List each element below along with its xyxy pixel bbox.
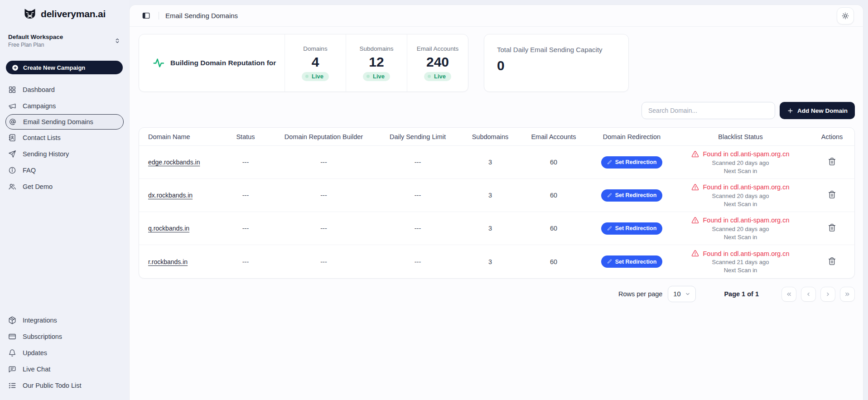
sidebar-item-faq[interactable]: FAQ: [0, 162, 129, 178]
activity-pulse-icon: [153, 57, 164, 69]
chevron-down-icon: [685, 291, 691, 297]
sidebar-nav: Dashboard Campaigns Email Sending Domain…: [0, 82, 129, 195]
prev-page-button[interactable]: [801, 287, 816, 302]
metric-domains: Domains 4 Live: [285, 34, 346, 92]
blacklist-scanned-text: Scanned 21 days ago: [712, 259, 769, 265]
col-actions: Actions: [810, 133, 854, 140]
status-cell: ---: [214, 258, 277, 265]
reputation-title: Building Domain Reputation for: [170, 59, 276, 67]
delete-domain-button[interactable]: [828, 190, 836, 199]
trash-icon: [828, 223, 836, 232]
brand-logo: deliveryman.ai: [0, 6, 129, 22]
grid-icon: [8, 85, 17, 94]
daily-sending-limit-cell: ---: [370, 192, 465, 199]
blacklist-found-text: Found in cdl.anti-spam.org.cn: [703, 183, 789, 191]
metric-value: 4: [312, 55, 319, 69]
sidebar-item-campaigns[interactable]: Campaigns: [0, 98, 129, 114]
col-blacklist-status: Blacklist Status: [671, 133, 810, 140]
users-icon: [8, 182, 17, 191]
add-new-domain-button[interactable]: Add New Domain: [780, 102, 855, 119]
col-status: Status: [214, 133, 277, 140]
table-row: dx.rockbands.in --- --- --- 3 60 Set Red…: [139, 179, 854, 212]
delete-domain-button[interactable]: [828, 223, 836, 232]
blacklist-found-text: Found in cdl.anti-spam.org.cn: [703, 150, 789, 158]
domain-link[interactable]: edge.rockbands.in: [148, 159, 200, 166]
trash-icon: [828, 257, 836, 265]
last-page-button[interactable]: [840, 287, 855, 302]
table-row: r.rockbands.in --- --- --- 3 60 Set Redi…: [139, 245, 854, 278]
sidebar-item-integrations[interactable]: Integrations: [0, 312, 129, 328]
page-title: Email Sending Domains: [165, 12, 238, 19]
email-accounts-cell: 60: [515, 225, 592, 232]
set-redirection-button[interactable]: Set Redirection: [601, 222, 663, 235]
reputation-builder-cell: ---: [277, 258, 370, 265]
next-page-button[interactable]: [820, 287, 835, 302]
sidebar-spacer: [0, 195, 129, 305]
workspace-name: Default Workspace: [8, 34, 63, 40]
domain-link[interactable]: r.rockbands.in: [148, 258, 188, 265]
table-row: edge.rockbands.in --- --- --- 3 60 Set R…: [139, 146, 854, 179]
sidebar-item-email-sending-domains[interactable]: Email Sending Domains: [5, 114, 124, 130]
col-daily-sending-limit: Daily Sending Limit: [370, 133, 465, 140]
domains-table: Domain Name Status Domain Reputation Bui…: [139, 127, 855, 279]
header-divider: [159, 12, 159, 19]
sidebar-toggle-button[interactable]: [140, 10, 152, 22]
theme-toggle-button[interactable]: [837, 7, 854, 24]
workspace-selector[interactable]: Default Workspace Free Plan Plan: [8, 34, 121, 48]
info-circle-icon: [8, 166, 17, 175]
blacklist-scanned-text: Scanned 20 days ago: [712, 159, 769, 166]
sidebar-footer-nav: Integrations Subscriptions Updates Live …: [0, 312, 129, 394]
warning-triangle-icon: [691, 250, 699, 257]
sidebar-item-dashboard[interactable]: Dashboard: [0, 82, 129, 98]
pagination-bar: Rows per page 10 Page 1 of 1: [139, 286, 855, 302]
sidebar-item-updates[interactable]: Updates: [0, 345, 129, 361]
col-domain-name: Domain Name: [139, 133, 214, 140]
set-redirection-button[interactable]: Set Redirection: [601, 189, 663, 202]
set-redirection-button[interactable]: Set Redirection: [601, 255, 663, 268]
blacklist-found-text: Found in cdl.anti-spam.org.cn: [703, 250, 789, 257]
chevrons-right-icon: [844, 291, 851, 298]
delete-domain-button[interactable]: [828, 157, 836, 166]
capacity-label: Total Daily Email Sending Capacity: [497, 46, 616, 53]
chevrons-left-icon: [786, 291, 792, 298]
table-toolbar: Add New Domain: [139, 102, 855, 119]
sidebar-item-subscriptions[interactable]: Subscriptions: [0, 328, 129, 345]
search-domain-input[interactable]: [641, 102, 775, 119]
email-accounts-cell: 60: [515, 258, 592, 265]
top-bar: Email Sending Domains: [130, 5, 863, 27]
capacity-card: Total Daily Email Sending Capacity 0: [484, 34, 629, 92]
sidebar-item-sending-history[interactable]: Sending History: [0, 146, 129, 162]
main-panel: Email Sending Domains Building Domain Re…: [129, 5, 863, 400]
at-sign-icon: [8, 117, 17, 126]
chevron-left-icon: [805, 291, 812, 298]
create-new-campaign-button[interactable]: Create New Campaign: [6, 61, 123, 74]
table-row: q.rockbands.in --- --- --- 3 60 Set Redi…: [139, 212, 854, 245]
sidebar-item-live-chat[interactable]: Live Chat: [0, 361, 129, 377]
rows-per-page-label: Rows per page: [618, 290, 663, 298]
domain-link[interactable]: q.rockbands.in: [148, 225, 189, 232]
set-redirection-button[interactable]: Set Redirection: [601, 156, 663, 169]
metric-value: 12: [369, 55, 384, 69]
blacklist-next-scan-text: Next Scan in: [724, 234, 757, 241]
metric-label: Subdomains: [359, 45, 393, 52]
sidebar-item-public-todo-list[interactable]: Our Public Todo List: [0, 377, 129, 394]
sidebar-item-contact-lists[interactable]: Contact Lists: [0, 130, 129, 146]
table-body: edge.rockbands.in --- --- --- 3 60 Set R…: [139, 146, 854, 278]
metric-email-accounts: Email Accounts 240 Live: [407, 34, 468, 92]
workspace-plan: Free Plan Plan: [8, 42, 63, 48]
sidebar: deliveryman.ai Default Workspace Free Pl…: [0, 0, 129, 400]
rows-per-page-select[interactable]: 10: [668, 286, 696, 302]
sidebar-item-get-demo[interactable]: Get Demo: [0, 178, 129, 195]
live-badge: Live: [302, 72, 329, 81]
panel-left-icon: [142, 11, 150, 20]
trash-icon: [828, 157, 836, 166]
delete-domain-button[interactable]: [828, 257, 836, 265]
blacklist-scanned-text: Scanned 20 days ago: [712, 193, 769, 199]
bat-logo-icon: [24, 8, 36, 20]
domain-link[interactable]: dx.rockbands.in: [148, 192, 193, 199]
first-page-button[interactable]: [781, 287, 796, 302]
daily-sending-limit-cell: ---: [370, 225, 465, 232]
blacklist-next-scan-text: Next Scan in: [724, 168, 757, 174]
metric-value: 240: [426, 55, 449, 69]
blacklist-found-text: Found in cdl.anti-spam.org.cn: [703, 217, 789, 224]
